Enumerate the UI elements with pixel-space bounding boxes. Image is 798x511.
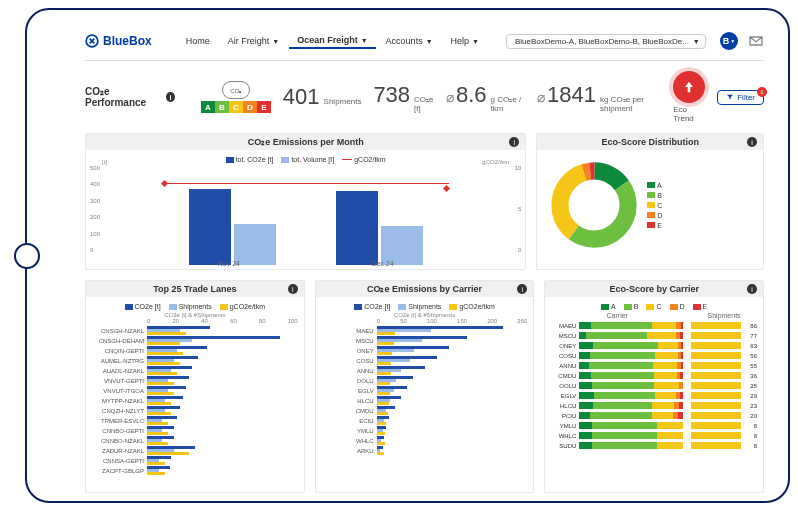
- bar-row: CNQZH-NZLYT: [92, 406, 298, 415]
- panel-title: CO₂e Emissions by Carrier: [367, 284, 482, 294]
- bar-row: VNVUT-GEPTI: [92, 376, 298, 385]
- panel-title: Eco-Score Distribution: [601, 137, 699, 147]
- panel-emissions-carrier: CO₂e Emissions by Carrieri CO2e [t]Shipm…: [315, 280, 535, 493]
- legend: tot. CO2e [t] tot. Volume [t] gCO2/tkm: [92, 156, 519, 163]
- info-icon[interactable]: i: [509, 137, 519, 147]
- chart-eco-distribution: A B C D E: [543, 154, 757, 256]
- bar-row: CNNSA-GEPTI: [92, 456, 298, 465]
- bar-row: ZACPT-GBLGP: [92, 466, 298, 475]
- row-1: CO₂e Emissions per Monthi tot. CO2e [t] …: [85, 133, 764, 270]
- bar-row: EGLV: [322, 386, 528, 395]
- logo-icon: [85, 34, 99, 48]
- bar-row: CNNBO-NZAKL: [92, 436, 298, 445]
- bar-row: ONEY: [322, 346, 528, 355]
- nav-ocean-freight[interactable]: Ocean Freight▼: [289, 33, 375, 49]
- performance-summary: CO₂e Performance i CO₂ ABCDE 401 Shipmen…: [85, 67, 764, 133]
- account-selector[interactable]: BlueBoxDemo-A, BlueBoxDemo-B, BlueBoxDe.…: [506, 34, 706, 49]
- filter-count-badge: 1: [757, 87, 767, 97]
- bar-row: ECIU: [322, 416, 528, 425]
- co2-cloud-icon: CO₂: [222, 81, 250, 99]
- bar-row: ANNU: [322, 366, 528, 375]
- bar-row: CNSGH-NZAKL: [92, 326, 298, 335]
- bar-row: AUMEL-NZTRG: [92, 356, 298, 365]
- info-icon[interactable]: i: [747, 137, 757, 147]
- bar-row: OOLU: [322, 376, 528, 385]
- bar-row: AUADL-NZAKL: [92, 366, 298, 375]
- panel-emissions-month: CO₂e Emissions per Monthi tot. CO2e [t] …: [85, 133, 526, 270]
- bar-row: MYTPP-NZAKL: [92, 396, 298, 405]
- panel-eco-carrier: Eco-Score by Carrieri ABCDE CarrierMAEUM…: [544, 280, 764, 493]
- panel-title: CO₂e Emissions per Month: [248, 137, 364, 147]
- row-2: Top 25 Trade Lanesi CO2e [t]ShipmentsgCO…: [85, 280, 764, 493]
- eco-trend: Eco Trend: [673, 71, 705, 123]
- topbar: BlueBox Home Air Freight▼ Ocean Freight▼…: [85, 28, 764, 54]
- bar-row: TRMER-ESVLC: [92, 416, 298, 425]
- mail-icon[interactable]: [748, 33, 764, 49]
- logo-text: BlueBox: [103, 34, 152, 48]
- bar-row: CNQIN-GEPTI: [92, 346, 298, 355]
- panel-trade-lanes: Top 25 Trade Lanesi CO2e [t]ShipmentsgCO…: [85, 280, 305, 493]
- nav-air-freight[interactable]: Air Freight▼: [220, 33, 287, 49]
- bar-row: YMLU: [322, 426, 528, 435]
- avatar[interactable]: B▼: [720, 32, 738, 50]
- bar-row: MAEU: [322, 326, 528, 335]
- bar-row: CMDU: [322, 406, 528, 415]
- chart-trade-lanes: 020406080100CNSGH-NZAKLCNSGH-DEHAMCNQIN-…: [92, 318, 298, 488]
- bar-row: ZADUR-NZAKL: [92, 446, 298, 455]
- metric-per-shipment: ⌀ 1841 kg CO₂e per shipment: [537, 82, 661, 113]
- filter-button[interactable]: Filter 1: [717, 90, 764, 105]
- nav-help[interactable]: Help▼: [443, 33, 487, 49]
- chart-eco-carrier: CarrierMAEUMSCUONEYCOSUANNUCMDUOOLUEGLVH…: [551, 312, 757, 482]
- logo: BlueBox: [85, 34, 152, 48]
- tablet-home-button[interactable]: [14, 243, 40, 269]
- bar-row: ARKU: [322, 446, 528, 455]
- nav-accounts[interactable]: Accounts▼: [378, 33, 441, 49]
- info-icon[interactable]: i: [747, 284, 757, 294]
- bar-row: CNSGH-DEHAM: [92, 336, 298, 345]
- main-nav: Home Air Freight▼ Ocean Freight▼ Account…: [178, 33, 487, 49]
- info-icon[interactable]: i: [517, 284, 527, 294]
- account-selector-text: BlueBoxDemo-A, BlueBoxDemo-B, BlueBoxDe.…: [515, 37, 689, 46]
- info-icon[interactable]: i: [166, 92, 175, 102]
- bar-row: HLCU: [322, 396, 528, 405]
- chart-emissions-month: [t] gCO2/tkm 5004003002001000 1050 Nov 2…: [92, 165, 519, 265]
- bar-row: MSCU: [322, 336, 528, 345]
- bar-row: VNVUT-ITGOA: [92, 386, 298, 395]
- filter-icon: [726, 93, 734, 101]
- panel-title: Eco-Score by Carrier: [609, 284, 699, 294]
- eco-grades: ABCDE: [201, 101, 271, 113]
- diameter-icon: ⌀: [537, 89, 545, 105]
- panel-eco-distribution: Eco-Score Distributioni A B C D E: [536, 133, 764, 270]
- trend-up-icon: [673, 71, 705, 103]
- metric-gtkm: ⌀ 8.6 g CO₂e / tkm: [446, 82, 525, 113]
- diameter-icon: ⌀: [446, 89, 454, 105]
- metric-co2e: 738 CO₂e [t]: [373, 82, 434, 113]
- trend-label: Eco Trend: [673, 105, 705, 123]
- bar-row: CNNBO-GEPTI: [92, 426, 298, 435]
- chevron-down-icon: ▼: [361, 37, 368, 44]
- panel-title: Top 25 Trade Lanes: [153, 284, 236, 294]
- divider: [85, 60, 764, 61]
- chevron-down-icon: ▼: [426, 38, 433, 45]
- eco-badge: CO₂ ABCDE: [201, 81, 271, 113]
- nav-home[interactable]: Home: [178, 33, 218, 49]
- bar-row: WHLC: [322, 436, 528, 445]
- chevron-down-icon: ▼: [272, 38, 279, 45]
- metric-shipments: 401 Shipments: [283, 84, 362, 110]
- page-title: CO₂e Performance i: [85, 86, 175, 108]
- chevron-down-icon: ▼: [693, 38, 700, 45]
- bar-row: COSU: [322, 356, 528, 365]
- chart-emissions-carrier: 050100150200250MAEUMSCUONEYCOSUANNUOOLUE…: [322, 318, 528, 488]
- info-icon[interactable]: i: [288, 284, 298, 294]
- chevron-down-icon: ▼: [730, 38, 735, 44]
- chevron-down-icon: ▼: [472, 38, 479, 45]
